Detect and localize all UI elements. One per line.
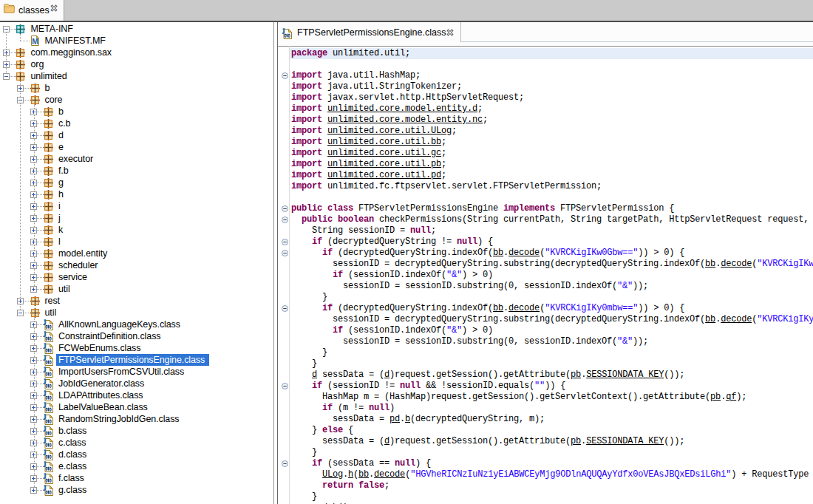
svg-text:M: M [32, 38, 38, 46]
